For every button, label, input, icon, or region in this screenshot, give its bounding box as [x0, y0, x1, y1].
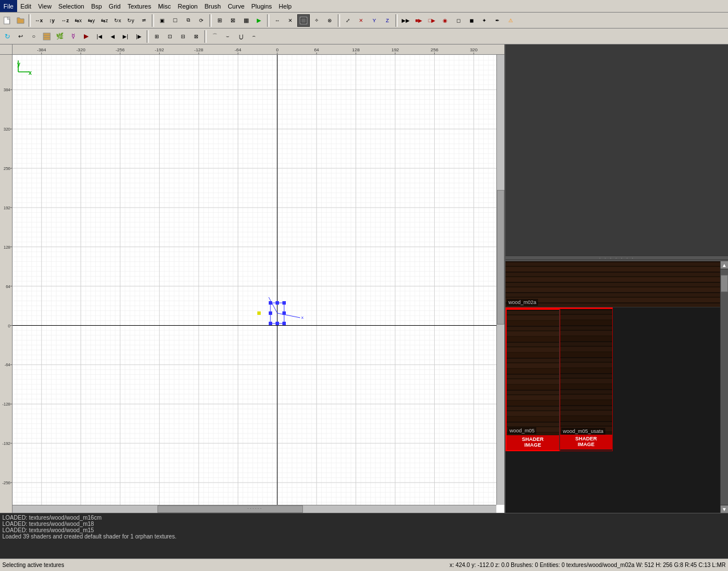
btn-snap-x[interactable]: ↔x [33, 14, 45, 27]
btn-shader-left[interactable]: SHADERIMAGE [507, 435, 559, 450]
viewport-2d[interactable]: -384-320-256-192-128-6406412819225632038… [0, 44, 505, 513]
scrollbar-vertical[interactable] [496, 55, 504, 505]
menu-plugins[interactable]: Plugins [248, 0, 276, 12]
btn-stop[interactable]: ■▶ [412, 14, 425, 27]
texture-buttons-right: SHADERIMAGE [560, 435, 613, 449]
btn-patch-detail[interactable]: ⋃ [234, 30, 247, 43]
svg-text:64: 64 [6, 285, 10, 289]
menu-brush[interactable]: Brush [201, 0, 224, 12]
svg-text:-192: -192 [2, 442, 10, 446]
btn-snap-grid[interactable]: ⊞ [151, 30, 163, 43]
btn-mode5[interactable]: ⊗ [323, 14, 336, 27]
btn-wand[interactable]: ✦ [478, 14, 491, 27]
scroll-down-btn[interactable]: ▼ [721, 505, 728, 513]
btn-open[interactable] [14, 14, 27, 27]
btn-tool1[interactable]: ⊞ [213, 14, 226, 27]
btn-patch-cap[interactable]: ⌒ [208, 30, 221, 43]
texture-item-top[interactable]: wood_m02a [505, 261, 720, 307]
scrollbar-horizontal[interactable]: · · · · · · [13, 505, 496, 513]
corner-box [0, 44, 13, 55]
btn-snap-y[interactable]: ↕y [46, 14, 58, 27]
btn-mode2[interactable]: ✕ [284, 14, 297, 27]
texture-list[interactable]: wood_m02a wood_m05 SHADERIMAGE [505, 261, 720, 513]
btn-leaf[interactable]: 🌿 [54, 30, 66, 43]
btn-snap-fine[interactable]: ⊟ [177, 30, 189, 43]
btn-tool4[interactable]: ▶ [253, 14, 265, 27]
btn-select[interactable]: ▣ [156, 14, 168, 27]
btn-mirror[interactable]: ⇌ [137, 14, 150, 27]
svg-text:0: 0 [8, 324, 10, 328]
btn-patch-bend[interactable]: ⌣ [221, 30, 234, 43]
btn-flip-x[interactable]: ⇆x [72, 14, 84, 27]
btn-close-x[interactable]: ✕ [355, 14, 367, 27]
btn-refresh[interactable]: ↻ [1, 30, 14, 43]
texture-item-left[interactable]: wood_m05 SHADERIMAGE [505, 309, 560, 451]
menu-curve[interactable]: Curve [224, 0, 248, 12]
status-right: x: 424.0 y: -112.0 z: 0.0 Brushes: 0 Ent… [75, 562, 726, 568]
btn-snap-off[interactable]: ⊡ [164, 30, 176, 43]
btn-resize[interactable]: ⤢ [342, 14, 354, 27]
btn-mode3[interactable] [297, 14, 310, 27]
btn-axis-z[interactable]: Z [381, 14, 394, 27]
btn-axis-y[interactable]: Y [368, 14, 381, 27]
svg-text:-384: -384 [37, 47, 47, 52]
btn-last[interactable]: |▶ [132, 30, 145, 43]
btn-mode1[interactable]: ↔ [271, 14, 284, 27]
scroll-thumb[interactable] [721, 275, 728, 292]
btn-entity[interactable]: ☿ [67, 30, 79, 43]
btn-texture-mode[interactable] [41, 30, 53, 43]
menu-selection[interactable]: Selection [55, 0, 87, 12]
preview-3d-viewport[interactable] [505, 44, 728, 256]
btn-undo[interactable]: ↩ [14, 30, 27, 43]
btn-flip-y[interactable]: ⇆y [85, 14, 98, 27]
btn-snap-coarse[interactable]: ⊠ [190, 30, 203, 43]
btn-pick[interactable]: ✒ [491, 14, 504, 27]
svg-text:128: 128 [3, 245, 10, 249]
btn-erase[interactable]: ◻ [452, 14, 464, 27]
log-line-1: LOADED: textures/wood/wood_m16cm [2, 515, 726, 521]
btn-patch-flat[interactable]: ⌢ [248, 30, 260, 43]
separator-1 [29, 14, 31, 27]
btn-flip-z[interactable]: ⇆z [98, 14, 111, 27]
svg-text:256: 256 [431, 47, 439, 52]
btn-pause[interactable]: □▶ [426, 14, 438, 27]
separator-6 [395, 14, 398, 27]
btn-tool2[interactable]: ⊠ [227, 14, 239, 27]
menu-misc[interactable]: Misc [155, 0, 175, 12]
btn-shader-right[interactable]: SHADERIMAGE [560, 435, 613, 449]
btn-warning[interactable]: ⚠ [504, 14, 517, 27]
scroll-up-btn[interactable]: ▲ [721, 261, 728, 269]
viewport-grid[interactable] [13, 55, 496, 505]
svg-text:-64: -64 [234, 47, 241, 52]
btn-circle[interactable]: ○ [27, 30, 40, 43]
btn-play[interactable]: ▶▶ [399, 14, 412, 27]
btn-snap-z[interactable]: ↔z [59, 14, 71, 27]
texture-scrollbar[interactable]: ▲ ▼ [720, 261, 728, 513]
btn-next[interactable]: ▶| [119, 30, 132, 43]
btn-mode4[interactable]: ⟡ [310, 14, 323, 27]
btn-deselect[interactable]: ☐ [169, 14, 181, 27]
btn-cycle[interactable]: ⟳ [195, 14, 208, 27]
texture-item-right[interactable]: wood_m05_usata SHADERIMAGE [560, 309, 613, 451]
menu-grid[interactable]: Grid [106, 0, 124, 12]
btn-rotate-x[interactable]: ↻x [111, 14, 124, 27]
menu-textures[interactable]: Textures [124, 0, 155, 12]
btn-invert[interactable]: ⧉ [182, 14, 195, 27]
btn-prev[interactable]: ◀ [106, 30, 119, 43]
btn-arrow-r[interactable]: ▶ [80, 30, 92, 43]
btn-first[interactable]: |◀ [93, 30, 106, 43]
menu-help[interactable]: Help [276, 0, 296, 12]
menu-edit[interactable]: Edit [17, 0, 35, 12]
btn-tool3[interactable]: ▦ [240, 14, 252, 27]
splitter-handle[interactable]: · · · · · · · [505, 256, 728, 260]
btn-new[interactable] [1, 14, 14, 27]
menu-file[interactable]: File [0, 0, 17, 12]
btn-fill[interactable]: ◼ [465, 14, 478, 27]
ruler-left: 384320256192128640-64-128-192-256 [0, 55, 13, 513]
btn-rec[interactable]: ◉ [439, 14, 451, 27]
menu-bsp[interactable]: Bsp [88, 0, 106, 12]
texture-thumb-left [507, 310, 559, 435]
menu-region[interactable]: Region [175, 0, 201, 12]
menu-view[interactable]: View [35, 0, 55, 12]
btn-rotate-y[interactable]: ↻y [124, 14, 137, 27]
